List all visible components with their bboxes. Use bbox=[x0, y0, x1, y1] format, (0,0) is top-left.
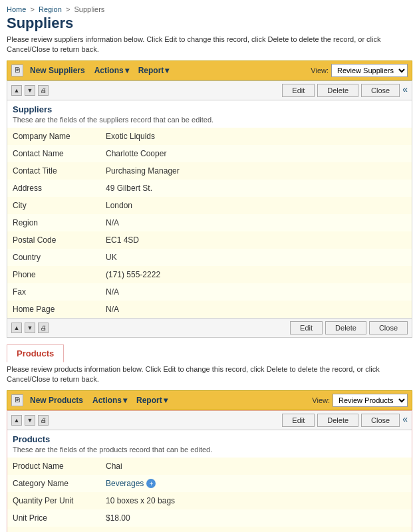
page-description: Please review suppliers information belo… bbox=[7, 35, 412, 55]
field-value: N/A bbox=[100, 283, 412, 301]
products-actions-button[interactable]: Actions ▾ bbox=[88, 394, 131, 406]
field-value: $18.00 bbox=[100, 509, 412, 527]
products-section-panel: ▲ ▼ 🖨 Edit Delete Close « Products These… bbox=[7, 410, 412, 532]
nav-down-icon[interactable]: ▼ bbox=[25, 85, 35, 96]
field-label: Unit Price bbox=[7, 509, 100, 527]
field-label: Home Page bbox=[7, 301, 100, 318]
field-label: Phone bbox=[7, 266, 100, 283]
suppliers-close-button[interactable]: Close bbox=[361, 84, 400, 97]
page-container: Home > Region > Suppliers Suppliers Plea… bbox=[0, 0, 419, 532]
nav-print-icon[interactable]: 🖨 bbox=[38, 85, 49, 96]
suppliers-section-desc: These are the fields of the suppliers re… bbox=[13, 116, 406, 124]
breadcrumb: Home > Region > Suppliers bbox=[7, 5, 412, 13]
report-chevron-icon: ▾ bbox=[165, 66, 169, 75]
products-action-buttons: Edit Delete Close « bbox=[282, 414, 408, 427]
field-value: Exotic Liquids bbox=[100, 128, 412, 145]
field-value: London bbox=[100, 197, 412, 214]
products-delete-button[interactable]: Delete bbox=[317, 414, 358, 427]
field-value: Purchasing Manager bbox=[100, 162, 412, 180]
suppliers-section-title: Suppliers bbox=[13, 104, 406, 114]
products-toolbar: 🖹 New Products Actions ▾ Report ▾ View: … bbox=[7, 390, 412, 410]
suppliers-bottom-action-bar: ▲ ▼ 🖨 Edit Delete Close bbox=[7, 318, 412, 337]
products-report-button[interactable]: Report ▾ bbox=[132, 394, 172, 406]
table-row: Contact Name Charlotte Cooper bbox=[7, 145, 412, 162]
table-row: Home Page N/A bbox=[7, 301, 412, 318]
field-value: UK bbox=[100, 249, 412, 266]
products-close-button[interactable]: Close bbox=[361, 414, 400, 427]
products-toolbar-left: 🖹 New Products Actions ▾ Report ▾ bbox=[11, 394, 172, 406]
nav-down-icon-bottom[interactable]: ▼ bbox=[25, 323, 35, 333]
field-value: Beverages+ bbox=[100, 475, 412, 492]
suppliers-data-table: Company Name Exotic Liquids Contact Name… bbox=[7, 128, 412, 318]
suppliers-delete-button[interactable]: Delete bbox=[317, 84, 358, 97]
products-description: Please review products information below… bbox=[7, 364, 412, 385]
table-row: Phone (171) 555-2222 bbox=[7, 266, 412, 283]
breadcrumb-region[interactable]: Region bbox=[39, 5, 62, 13]
nav-up-icon-bottom[interactable]: ▲ bbox=[11, 323, 22, 333]
table-row: Company Name Exotic Liquids bbox=[7, 128, 412, 145]
field-label: Category Name bbox=[7, 475, 100, 492]
suppliers-close-button-bottom[interactable]: Close bbox=[369, 321, 408, 334]
table-row: Address 49 Gilbert St. bbox=[7, 180, 412, 197]
products-nav-icons: ▲ ▼ 🖨 bbox=[11, 415, 49, 426]
field-value: 10 boxes x 20 bags bbox=[100, 492, 412, 509]
field-label: Region bbox=[7, 214, 100, 231]
field-label: City bbox=[7, 197, 100, 214]
field-value: 39 bbox=[100, 527, 412, 532]
suppliers-edit-button[interactable]: Edit bbox=[282, 84, 315, 97]
page-title: Suppliers bbox=[7, 15, 412, 32]
products-edit-button[interactable]: Edit bbox=[282, 414, 315, 427]
table-row: Category Name Beverages+ bbox=[7, 475, 412, 492]
suppliers-actions-button[interactable]: Actions ▾ bbox=[90, 65, 133, 76]
field-value: N/A bbox=[100, 301, 412, 318]
toolbar-right: View: Review Suppliers bbox=[311, 64, 408, 77]
suppliers-delete-button-bottom[interactable]: Delete bbox=[325, 321, 366, 334]
products-collapse-icon[interactable]: « bbox=[402, 414, 408, 427]
products-report-chevron-icon: ▾ bbox=[164, 396, 168, 405]
table-row: Unit Price $18.00 bbox=[7, 509, 412, 527]
products-section-title: Products bbox=[13, 434, 406, 444]
products-actions-chevron-icon: ▾ bbox=[123, 396, 127, 405]
breadcrumb-current: Suppliers bbox=[74, 5, 105, 13]
products-toolbar-icon: 🖹 bbox=[11, 394, 23, 406]
field-value: 49 Gilbert St. bbox=[100, 180, 412, 197]
field-value: (171) 555-2222 bbox=[100, 266, 412, 283]
products-tab[interactable]: Products bbox=[7, 344, 64, 362]
category-add-icon[interactable]: + bbox=[146, 479, 156, 488]
table-row: Country UK bbox=[7, 249, 412, 266]
suppliers-action-bar: ▲ ▼ 🖨 Edit Delete Close « bbox=[7, 81, 412, 100]
suppliers-collapse-icon[interactable]: « bbox=[402, 84, 408, 97]
actions-chevron-icon: ▾ bbox=[125, 66, 129, 75]
new-suppliers-button[interactable]: New Suppliers bbox=[26, 65, 89, 76]
table-row: City London bbox=[7, 197, 412, 214]
nav-print-icon-bottom[interactable]: 🖨 bbox=[38, 323, 49, 333]
products-nav-up-icon[interactable]: ▲ bbox=[11, 415, 22, 426]
breadcrumb-home[interactable]: Home bbox=[7, 5, 26, 13]
products-nav-down-icon[interactable]: ▼ bbox=[25, 415, 35, 426]
products-data-table: Product Name Chai Category Name Beverage… bbox=[7, 458, 412, 532]
suppliers-bottom-nav-icons: ▲ ▼ 🖨 bbox=[11, 323, 49, 333]
suppliers-edit-button-bottom[interactable]: Edit bbox=[290, 321, 323, 334]
field-label: Product Name bbox=[7, 458, 100, 475]
field-label: Address bbox=[7, 180, 100, 197]
table-row: Postal Code EC1 4SD bbox=[7, 231, 412, 249]
table-row: Quantity Per Unit 10 boxes x 20 bags bbox=[7, 492, 412, 509]
field-label: Contact Title bbox=[7, 162, 100, 180]
products-view-select[interactable]: Review Products bbox=[333, 394, 408, 407]
field-label: Company Name bbox=[7, 128, 100, 145]
view-label: View: bbox=[311, 66, 329, 74]
new-products-button[interactable]: New Products bbox=[26, 394, 87, 406]
suppliers-nav-icons: ▲ ▼ 🖨 bbox=[11, 85, 49, 96]
products-toolbar-right: View: Review Products bbox=[312, 394, 408, 407]
suppliers-toolbar: 🖹 New Suppliers Actions ▾ Report ▾ View:… bbox=[7, 61, 412, 80]
field-value: EC1 4SD bbox=[100, 231, 412, 249]
table-row: Product Name Chai bbox=[7, 458, 412, 475]
field-label: Country bbox=[7, 249, 100, 266]
field-value: Charlotte Cooper bbox=[100, 145, 412, 162]
view-select[interactable]: Review Suppliers bbox=[331, 64, 408, 77]
category-link[interactable]: Beverages bbox=[106, 479, 144, 488]
products-nav-print-icon[interactable]: 🖨 bbox=[38, 415, 49, 426]
nav-up-icon[interactable]: ▲ bbox=[11, 85, 22, 96]
suppliers-section-header: Suppliers These are the fields of the su… bbox=[7, 100, 412, 128]
suppliers-report-button[interactable]: Report ▾ bbox=[134, 65, 174, 76]
